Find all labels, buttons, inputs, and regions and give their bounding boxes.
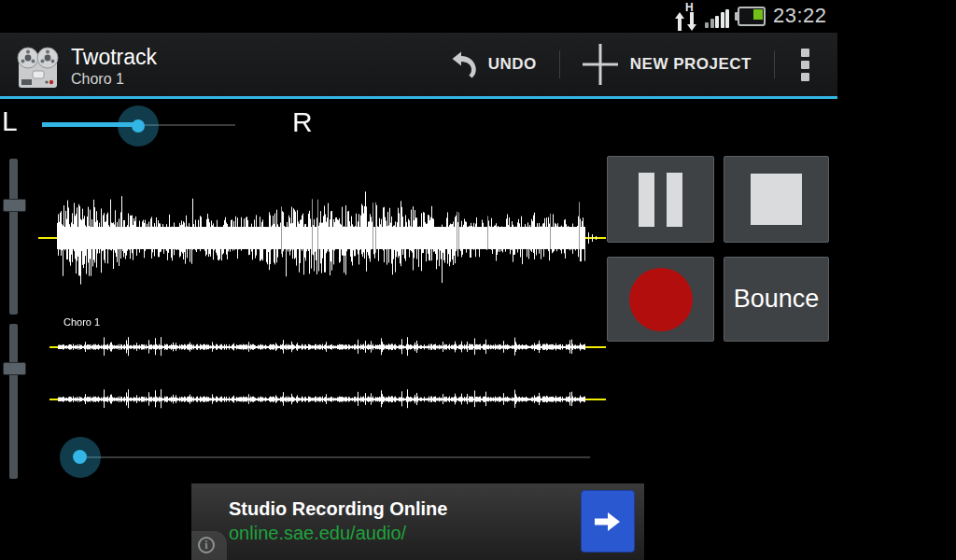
seek-slider-track[interactable] <box>80 456 590 458</box>
seek-slider-thumb[interactable] <box>60 437 101 478</box>
ad-url: online.sae.edu/audio/ <box>229 521 447 545</box>
volume-fader-track-1[interactable] <box>9 159 18 315</box>
accent-underline <box>0 96 837 99</box>
status-bar: H 23:22 <box>0 0 956 33</box>
volume-fader-handle-2[interactable] <box>3 362 26 375</box>
track-label: Choro 1 <box>63 316 100 328</box>
volume-fader-track-2[interactable] <box>9 324 18 479</box>
pan-left-label: L <box>2 105 18 137</box>
ad-title: Studio Recording Online <box>229 497 447 521</box>
pan-right-label: R <box>292 106 313 138</box>
arrow-right-icon <box>595 510 621 534</box>
clock: 23:22 <box>773 4 827 28</box>
battery-icon <box>735 7 766 26</box>
action-separator <box>559 50 560 78</box>
signal-strength-icon <box>705 8 731 28</box>
info-icon[interactable]: i <box>198 537 215 553</box>
action-bar: UNDO NEW PROJECT <box>0 33 837 96</box>
seek-thumb-dot <box>73 450 87 464</box>
ad-info-tab: i <box>191 531 227 560</box>
stop-icon <box>751 174 802 225</box>
pan-thumb-dot <box>132 119 145 133</box>
ad-open-button[interactable] <box>581 490 635 553</box>
battery-fill-level <box>753 9 763 20</box>
ad-banner[interactable]: Studio Recording Online online.sae.edu/a… <box>191 483 644 560</box>
undo-icon <box>449 51 476 78</box>
undo-button[interactable]: UNDO <box>445 51 541 78</box>
mobile-data-hspa-icon: H <box>675 2 701 31</box>
app-screen: H 23:22 Twotrack Choro 1 <box>0 0 956 560</box>
overflow-menu-button[interactable] <box>794 49 817 81</box>
ad-text: Studio Recording Online online.sae.edu/a… <box>229 497 447 545</box>
volume-fader-handle-1[interactable] <box>3 199 26 212</box>
bounce-button[interactable]: Bounce <box>724 257 829 342</box>
plus-icon <box>583 43 618 86</box>
new-project-button[interactable]: NEW PROJECT <box>579 43 755 86</box>
action-separator <box>774 50 775 78</box>
record-icon <box>629 268 693 331</box>
record-button[interactable] <box>607 257 714 342</box>
stop-button[interactable] <box>724 156 829 243</box>
pause-icon <box>639 173 654 227</box>
pan-slider-thumb[interactable] <box>118 105 159 147</box>
pause-button[interactable] <box>607 156 714 243</box>
